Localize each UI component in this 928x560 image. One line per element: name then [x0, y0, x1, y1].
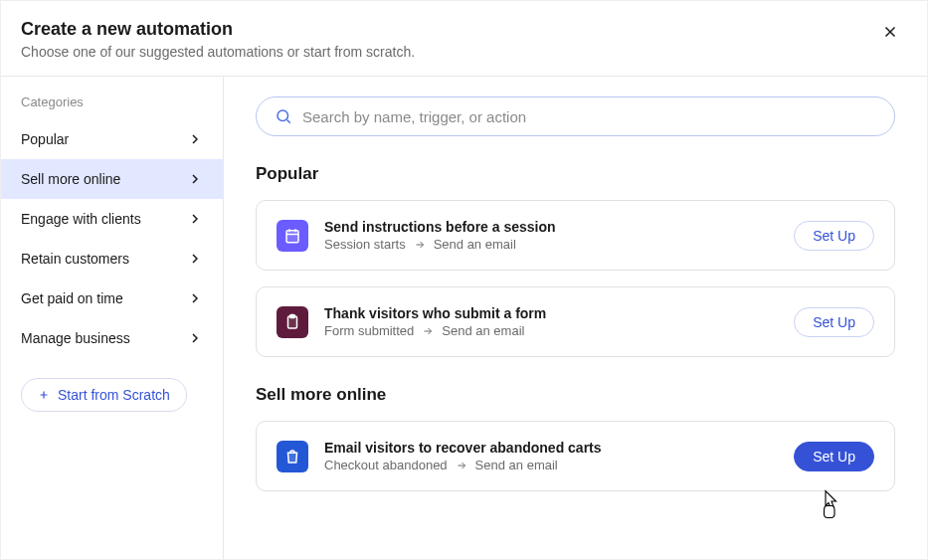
- chevron-right-icon: [187, 211, 203, 227]
- shopping-bag-icon: [277, 441, 308, 472]
- plus-icon: [38, 389, 50, 401]
- card-subtitle: Form submitted Send an email: [324, 323, 778, 338]
- sidebar-item-get-paid-on-time[interactable]: Get paid on time: [1, 279, 223, 318]
- setup-button[interactable]: Set Up: [794, 442, 874, 471]
- sidebar-items: Popular Sell more online Engage with cli…: [1, 119, 223, 358]
- search-icon: [275, 107, 292, 125]
- sidebar: Categories Popular Sell more online Enga…: [1, 77, 224, 559]
- automation-card: Email visitors to recover abandoned cart…: [256, 421, 895, 491]
- sidebar-item-label: Sell more online: [21, 171, 120, 187]
- modal-title: Create a new automation: [21, 19, 415, 40]
- card-action: Send an email: [442, 323, 524, 338]
- clipboard-icon: [277, 306, 308, 338]
- card-trigger: Session starts: [324, 237, 406, 252]
- sidebar-item-label: Manage business: [21, 330, 130, 346]
- svg-point-0: [278, 110, 288, 121]
- scratch-label: Start from Scratch: [58, 387, 170, 403]
- search-input[interactable]: [302, 108, 876, 125]
- chevron-right-icon: [187, 171, 203, 187]
- card-trigger: Checkout abandoned: [324, 458, 448, 472]
- categories-label: Categories: [1, 94, 223, 119]
- card-title: Thank visitors who submit a form: [324, 305, 778, 321]
- sidebar-item-label: Popular: [21, 131, 69, 147]
- start-from-scratch-button[interactable]: Start from Scratch: [21, 378, 187, 412]
- card-subtitle: Checkout abandoned Send an email: [324, 458, 778, 472]
- chevron-right-icon: [187, 290, 203, 306]
- chevron-right-icon: [187, 330, 203, 346]
- card-text: Email visitors to recover abandoned cart…: [324, 440, 778, 472]
- card-text: Thank visitors who submit a form Form su…: [324, 305, 778, 338]
- calendar-icon: [277, 220, 308, 252]
- card-text: Send instructions before a session Sessi…: [324, 219, 778, 252]
- card-title: Send instructions before a session: [324, 219, 778, 235]
- automation-card: Thank visitors who submit a form Form su…: [256, 286, 895, 357]
- card-subtitle: Session starts Send an email: [324, 237, 778, 252]
- chevron-right-icon: [187, 131, 203, 147]
- search-field[interactable]: [256, 96, 895, 136]
- svg-rect-3: [290, 314, 295, 317]
- modal-body: Categories Popular Sell more online Enga…: [1, 77, 927, 559]
- section-title-sell-more-online: Sell more online: [256, 385, 895, 405]
- automation-card: Send instructions before a session Sessi…: [256, 200, 895, 271]
- card-trigger: Form submitted: [324, 323, 414, 338]
- sidebar-item-engage-with-clients[interactable]: Engage with clients: [1, 199, 223, 239]
- sidebar-item-label: Retain customers: [21, 251, 129, 267]
- arrow-right-icon: [422, 325, 434, 337]
- svg-rect-1: [286, 230, 298, 242]
- sidebar-item-sell-more-online[interactable]: Sell more online: [1, 159, 223, 199]
- close-button[interactable]: [873, 19, 907, 48]
- section-title-popular: Popular: [256, 164, 895, 184]
- sidebar-item-retain-customers[interactable]: Retain customers: [1, 239, 223, 279]
- arrow-right-icon: [414, 239, 426, 251]
- modal-header: Create a new automation Choose one of ou…: [1, 1, 927, 77]
- sidebar-item-popular[interactable]: Popular: [1, 119, 223, 159]
- modal-subtitle: Choose one of our suggested automations …: [21, 44, 415, 60]
- card-action: Send an email: [434, 237, 516, 252]
- close-icon: [881, 23, 899, 41]
- automation-modal: Create a new automation Choose one of ou…: [0, 0, 928, 560]
- setup-button[interactable]: Set Up: [794, 221, 874, 251]
- setup-button[interactable]: Set Up: [794, 307, 874, 337]
- main-panel: Popular Send instructions before a sessi…: [224, 77, 927, 559]
- arrow-right-icon: [456, 460, 467, 471]
- sidebar-item-label: Engage with clients: [21, 211, 141, 227]
- header-text: Create a new automation Choose one of ou…: [21, 19, 415, 60]
- card-title: Email visitors to recover abandoned cart…: [324, 440, 778, 456]
- sidebar-item-manage-business[interactable]: Manage business: [1, 318, 223, 358]
- scratch-wrap: Start from Scratch: [1, 358, 223, 412]
- sidebar-item-label: Get paid on time: [21, 290, 123, 306]
- chevron-right-icon: [187, 251, 203, 267]
- card-action: Send an email: [475, 458, 558, 472]
